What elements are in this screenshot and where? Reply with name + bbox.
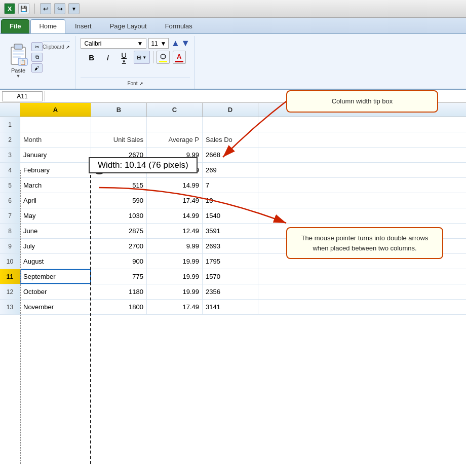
- cell-c2[interactable]: Average P: [147, 132, 203, 147]
- cell-b12[interactable]: 1180: [91, 284, 147, 299]
- tab-home[interactable]: Home: [30, 19, 65, 33]
- row-number[interactable]: 9: [0, 239, 20, 253]
- cell-d11[interactable]: 1570: [203, 269, 258, 284]
- callout-double-arrows: The mouse pointer turns into double arro…: [286, 227, 443, 259]
- row-number[interactable]: 1: [0, 117, 20, 132]
- row-number[interactable]: 13: [0, 300, 20, 314]
- paste-button[interactable]: 📋 Paste ▼: [7, 39, 29, 79]
- increase-font-size-button[interactable]: ▲: [171, 38, 180, 49]
- tab-insert[interactable]: Insert: [66, 19, 100, 33]
- cell-d10[interactable]: 1795: [203, 254, 258, 269]
- font-name-dropdown[interactable]: Calibri ▼: [81, 38, 146, 49]
- row-number[interactable]: 7: [0, 208, 20, 223]
- format-painter-button[interactable]: 🖌: [31, 63, 43, 72]
- copy-button[interactable]: ⧉: [31, 53, 43, 62]
- cell-d5[interactable]: 7: [203, 178, 258, 193]
- borders-button[interactable]: ⊞ ▼: [134, 51, 150, 64]
- cell-a4[interactable]: February: [20, 163, 91, 177]
- font-size-box[interactable]: 11 ▼: [148, 38, 169, 49]
- cell-d2[interactable]: Sales Do: [203, 132, 258, 147]
- column-header-c[interactable]: C: [147, 103, 203, 117]
- cell-c12[interactable]: 19.99: [147, 284, 203, 299]
- cell-b2[interactable]: Unit Sales: [91, 132, 147, 147]
- cell-b1[interactable]: [91, 117, 147, 132]
- column-header-b[interactable]: B: [91, 103, 147, 117]
- cell-a11[interactable]: September: [20, 269, 91, 284]
- name-box[interactable]: A11: [2, 91, 43, 101]
- cell-a2[interactable]: Month: [20, 132, 91, 147]
- column-header-d[interactable]: D: [203, 103, 258, 117]
- cell-a3[interactable]: January: [20, 148, 91, 162]
- bold-button[interactable]: B: [85, 51, 98, 64]
- row-number[interactable]: 6: [0, 193, 20, 208]
- cell-c13[interactable]: 17.49: [147, 300, 203, 314]
- cell-d4[interactable]: 269: [203, 163, 258, 177]
- cell-d7[interactable]: 1540: [203, 208, 258, 223]
- highlight-color-button[interactable]: ⬡: [157, 51, 170, 64]
- row-number-active[interactable]: 11: [0, 269, 20, 284]
- cell-a12[interactable]: October: [20, 284, 91, 299]
- cut-button[interactable]: ✂: [31, 42, 43, 51]
- row-number[interactable]: 12: [0, 284, 20, 299]
- tab-file[interactable]: File: [1, 19, 29, 33]
- separator: [153, 51, 153, 63]
- cell-a13[interactable]: November: [20, 300, 91, 314]
- cell-a8[interactable]: June: [20, 224, 91, 238]
- cell-a7[interactable]: May: [20, 208, 91, 223]
- cell-c6[interactable]: 17.49: [147, 193, 203, 208]
- cell-b7[interactable]: 1030: [91, 208, 147, 223]
- row-number[interactable]: 3: [0, 148, 20, 162]
- cell-c11[interactable]: 19.99: [147, 269, 203, 284]
- cell-a5[interactable]: March: [20, 178, 91, 193]
- cell-c7[interactable]: 14.99: [147, 208, 203, 223]
- cell-c9[interactable]: 9.99: [147, 239, 203, 253]
- excel-icon[interactable]: X: [4, 3, 15, 14]
- tab-page-layout[interactable]: Page Layout: [101, 19, 156, 33]
- cell-b10[interactable]: 900: [91, 254, 147, 269]
- cell-c8[interactable]: 12.49: [147, 224, 203, 238]
- cell-b9[interactable]: 2700: [91, 239, 147, 253]
- row-number[interactable]: 2: [0, 132, 20, 147]
- cell-d3[interactable]: 2668: [203, 148, 258, 162]
- font-color-button[interactable]: A: [173, 51, 186, 64]
- cell-c10[interactable]: 19.99: [147, 254, 203, 269]
- row-number[interactable]: 8: [0, 224, 20, 238]
- cell-a1[interactable]: [20, 117, 91, 132]
- cell-c1[interactable]: [147, 117, 203, 132]
- paste-dropdown[interactable]: ▼: [16, 74, 21, 79]
- column-header-a[interactable]: A: [20, 103, 91, 117]
- redo-button[interactable]: ↪: [54, 3, 65, 14]
- paste-label: Paste: [11, 67, 25, 74]
- cell-d1[interactable]: [203, 117, 258, 132]
- cell-a9[interactable]: July: [20, 239, 91, 253]
- row-number[interactable]: 10: [0, 254, 20, 269]
- cell-b13[interactable]: 1800: [91, 300, 147, 314]
- cell-b11[interactable]: 775: [91, 269, 147, 284]
- cell-a6[interactable]: April: [20, 193, 91, 208]
- cell-d8[interactable]: 3591: [203, 224, 258, 238]
- underline-button[interactable]: U ▼: [118, 51, 131, 64]
- row-number[interactable]: 5: [0, 178, 20, 193]
- cell-a10[interactable]: August: [20, 254, 91, 269]
- cell-d12[interactable]: 2356: [203, 284, 258, 299]
- cell-b6[interactable]: 590: [91, 193, 147, 208]
- underline-dropdown[interactable]: ▼: [122, 59, 126, 64]
- row-number[interactable]: 4: [0, 163, 20, 177]
- tab-formulas[interactable]: Formulas: [157, 19, 201, 33]
- cell-b8[interactable]: 2875: [91, 224, 147, 238]
- font-expand[interactable]: ↗: [139, 81, 143, 86]
- clipboard-expand[interactable]: ↗: [66, 45, 70, 50]
- quick-access-dropdown[interactable]: ▼: [68, 3, 80, 14]
- cell-b5[interactable]: 515: [91, 178, 147, 193]
- cell-d6[interactable]: 10: [203, 193, 258, 208]
- ribbon: 📋 Paste ▼ ✂ ⧉ 🖌 Clipboard ↗ Calibri ▼: [0, 34, 466, 90]
- save-button[interactable]: 💾: [18, 3, 29, 14]
- cell-d13[interactable]: 3141: [203, 300, 258, 314]
- table-row: 1: [0, 117, 466, 132]
- cell-c5[interactable]: 14.99: [147, 178, 203, 193]
- cell-d9[interactable]: 2693: [203, 239, 258, 253]
- decrease-font-size-button[interactable]: ▼: [181, 38, 190, 49]
- ribbon-tabs: File Home Insert Page Layout Formulas: [0, 18, 466, 34]
- italic-button[interactable]: I: [101, 51, 114, 64]
- undo-button[interactable]: ↩: [40, 3, 51, 14]
